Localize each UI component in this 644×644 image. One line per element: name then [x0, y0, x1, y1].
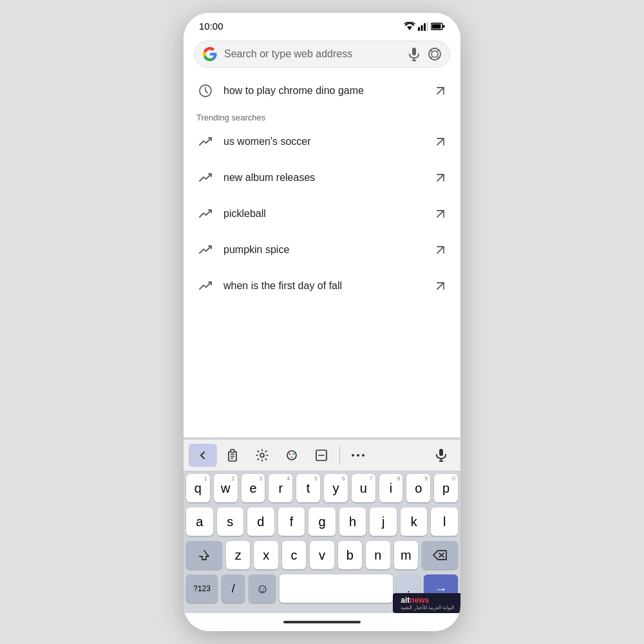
trending-icon-5: [196, 277, 214, 295]
key-o[interactable]: 9o: [406, 474, 430, 502]
svg-line-35: [437, 283, 444, 289]
key-d[interactable]: d: [247, 507, 274, 536]
key-x[interactable]: x: [254, 541, 278, 569]
key-w[interactable]: 2w: [214, 474, 238, 502]
home-indicator: [283, 621, 361, 623]
keyboard-settings-button[interactable]: [248, 444, 276, 467]
keyboard-row-2: a s d f g h j k l: [186, 507, 458, 536]
svg-point-12: [431, 51, 438, 57]
svg-rect-37: [231, 450, 234, 453]
key-numsym[interactable]: ?123: [186, 574, 218, 603]
svg-line-32: [437, 247, 444, 253]
keyboard-mic-button[interactable]: [427, 444, 455, 467]
svg-line-29: [437, 211, 444, 217]
trending-arrow-3: [433, 207, 448, 221]
key-s[interactable]: s: [217, 507, 244, 536]
keyboard-back-button[interactable]: [189, 444, 217, 467]
key-slash[interactable]: /: [222, 574, 245, 603]
trending-text-4: pumpkin spice: [223, 244, 424, 256]
key-y[interactable]: 6y: [324, 474, 348, 502]
key-i[interactable]: 8i: [379, 474, 403, 502]
search-input[interactable]: [224, 48, 401, 60]
svg-point-43: [289, 453, 291, 455]
svg-rect-2: [421, 25, 423, 31]
keyboard-clipboard-button[interactable]: [218, 444, 247, 467]
history-icon: [196, 82, 214, 100]
trending-text-1: us women's soccer: [223, 136, 424, 147]
keyboard-fullscreen-button[interactable]: [307, 444, 336, 467]
key-v[interactable]: v: [310, 541, 334, 569]
search-bar[interactable]: [194, 41, 450, 68]
svg-line-13: [430, 50, 432, 52]
svg-rect-51: [439, 449, 443, 456]
trending-text-3: pickleball: [223, 208, 424, 220]
key-r[interactable]: 4r: [269, 474, 292, 502]
key-backspace[interactable]: [422, 541, 458, 569]
status-bar: 10:00: [184, 13, 460, 35]
watermark-sub: البوابة العربية للأخبار التقنية: [401, 605, 454, 611]
key-f[interactable]: f: [278, 507, 305, 536]
svg-rect-7: [432, 24, 441, 28]
key-m[interactable]: m: [394, 541, 418, 569]
svg-line-16: [437, 57, 439, 59]
key-emoji[interactable]: ☺: [249, 574, 276, 603]
phone-frame: 10:00: [184, 13, 460, 631]
key-t[interactable]: 5t: [296, 474, 320, 502]
svg-point-44: [293, 453, 295, 455]
svg-line-14: [437, 50, 439, 52]
recent-search-item[interactable]: how to play chrome dino game: [184, 73, 460, 109]
trending-icon-2: [196, 169, 214, 187]
keyboard-row-3: z x c v b n m: [186, 541, 458, 569]
lens-icon[interactable]: [428, 47, 442, 61]
key-u[interactable]: 7u: [352, 474, 375, 502]
key-shift[interactable]: [186, 541, 222, 569]
signal-icon: [418, 22, 428, 31]
keyboard-more-button[interactable]: [344, 444, 372, 467]
svg-point-49: [357, 454, 359, 457]
key-n[interactable]: n: [366, 541, 390, 569]
key-a[interactable]: a: [186, 507, 213, 536]
key-c[interactable]: c: [282, 541, 306, 569]
key-b[interactable]: b: [338, 541, 362, 569]
svg-line-15: [430, 57, 432, 59]
trending-item-2[interactable]: new album releases: [184, 160, 460, 196]
key-l[interactable]: l: [431, 507, 458, 536]
key-g[interactable]: g: [308, 507, 336, 536]
search-bar-container: [184, 35, 460, 70]
svg-point-48: [352, 454, 354, 457]
keyboard-theme-button[interactable]: [278, 444, 306, 467]
trending-icon-1: [196, 133, 214, 151]
key-q[interactable]: 1q: [186, 474, 210, 502]
svg-point-41: [260, 453, 264, 457]
keyboard-toolbar: [184, 440, 460, 471]
key-k[interactable]: k: [401, 507, 428, 536]
svg-rect-8: [412, 48, 416, 55]
key-e[interactable]: 3e: [242, 474, 265, 502]
key-z[interactable]: z: [226, 541, 250, 569]
svg-line-20: [437, 88, 444, 94]
trending-icon-3: [196, 205, 214, 223]
svg-rect-6: [443, 25, 445, 28]
key-p[interactable]: 0p: [434, 474, 458, 502]
svg-rect-1: [418, 27, 420, 31]
trending-item-4[interactable]: pumpkin spice: [184, 232, 460, 268]
watermark: aitnews البوابة العربية للأخبار التقنية: [393, 593, 460, 613]
trending-arrow-1: [433, 135, 448, 149]
trending-text-2: new album releases: [223, 172, 424, 184]
keyboard-rows: 1q 2w 3e 4r 5t 6y 7u 8i 9o 0p a s d f g …: [184, 471, 460, 603]
key-j[interactable]: j: [370, 507, 397, 536]
keyboard-row-1: 1q 2w 3e 4r 5t 6y 7u 8i 9o 0p: [186, 474, 458, 502]
trending-item-1[interactable]: us women's soccer: [184, 124, 460, 160]
key-space[interactable]: [279, 574, 393, 603]
battery-icon: [431, 23, 445, 30]
recent-search-text: how to play chrome dino game: [223, 85, 424, 97]
recent-arrow-icon: [433, 84, 448, 98]
google-g-icon: [202, 46, 218, 62]
trending-item-3[interactable]: pickleball: [184, 196, 460, 232]
trending-item-5[interactable]: when is the first day of fall: [184, 268, 460, 304]
status-icons: [404, 22, 445, 31]
key-h[interactable]: h: [339, 507, 366, 536]
watermark-ait: ait: [401, 596, 410, 605]
mic-icon[interactable]: [407, 47, 421, 61]
trending-arrow-2: [433, 171, 448, 185]
